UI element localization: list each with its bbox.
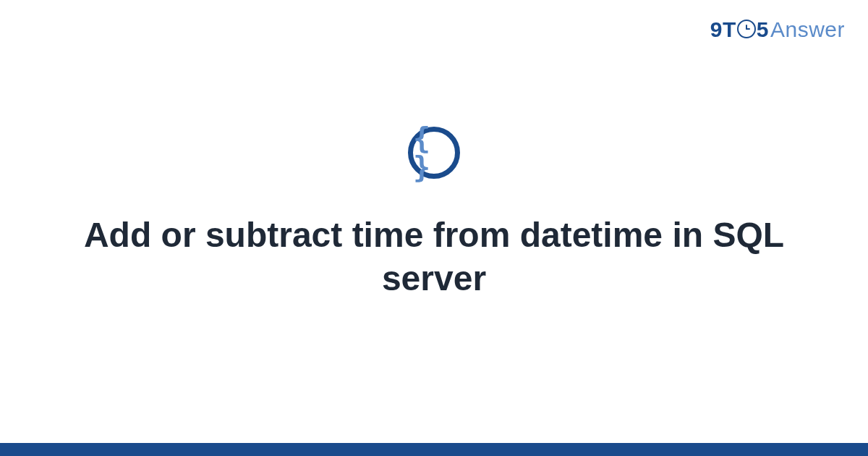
code-braces-icon: { } [408,127,460,179]
main-content: { } Add or subtract time from datetime i… [0,0,868,456]
logo-text-5: 5 [757,17,769,42]
clock-icon [737,20,756,38]
logo-text-9t: 9T [710,17,736,42]
page-title: Add or subtract time from datetime in SQ… [72,214,796,300]
bottom-accent-bar [0,443,868,456]
site-logo: 9T 5 Answer [710,17,845,42]
clock-hands-icon [741,24,752,34]
logo-text-answer: Answer [770,17,845,42]
braces-glyph: { } [413,124,455,182]
